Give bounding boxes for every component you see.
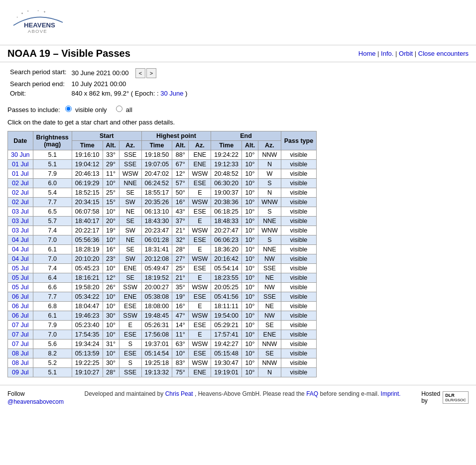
table-row: 04 Jul6.118:28:1916°SE18:31:4128°E18:36:… <box>8 245 317 254</box>
row-mag: 7.9 <box>33 321 72 330</box>
row-date[interactable]: 07 Jul <box>8 321 33 330</box>
row-date[interactable]: 04 Jul <box>8 235 33 245</box>
faq-link[interactable]: FAQ <box>306 390 318 397</box>
sub-az-3: Az. <box>258 141 281 150</box>
next-button[interactable]: > <box>146 68 156 78</box>
row-start-alt: 12° <box>103 273 119 283</box>
row-high-alt: 43° <box>172 207 189 217</box>
col-highest: Highest point <box>141 131 211 141</box>
row-high-time: 20:35:26 <box>141 198 172 207</box>
chris-peat-link[interactable]: Chris Peat <box>165 390 193 397</box>
row-date[interactable]: 04 Jul <box>8 245 33 254</box>
svg-text:✦: ✦ <box>27 10 29 12</box>
row-high-az: ESE <box>189 349 211 358</box>
row-date[interactable]: 04 Jul <box>8 254 33 264</box>
row-end-alt: 10° <box>242 169 258 179</box>
table-row: 06 Jul7.705:34:2210°ENE05:38:0819°ESE05:… <box>8 292 317 302</box>
footer-right: Hostedby DLR DLR/GSOC <box>421 390 469 404</box>
row-date[interactable]: 06 Jul <box>8 292 33 302</box>
nav-home-link[interactable]: Home <box>358 50 376 57</box>
table-row: 07 Jul5.619:34:2431°S19:37:0163°WSW19:42… <box>8 340 317 349</box>
row-date[interactable]: 08 Jul <box>8 358 33 368</box>
row-type: visible <box>281 245 316 254</box>
row-date[interactable]: 05 Jul <box>8 273 33 283</box>
row-type: visible <box>281 368 316 377</box>
row-start-alt: 10° <box>103 235 119 245</box>
col-end: End <box>211 131 281 141</box>
sub-alt-1: Alt. <box>103 141 119 150</box>
row-high-alt: 10° <box>172 349 189 358</box>
row-date[interactable]: 03 Jul <box>8 226 33 235</box>
all-radio[interactable] <box>116 106 122 112</box>
heavens-above-logo: ✦ ✦ ✦ ✦ ✦ HEAVENS ABOVE <box>7 5 67 40</box>
row-mag: 7.0 <box>33 235 72 245</box>
dlr-logo: DLR DLR/GSOC <box>443 391 469 404</box>
row-start-alt: 19° <box>103 226 119 235</box>
row-date[interactable]: 06 Jul <box>8 311 33 321</box>
row-high-time: 06:13:10 <box>141 207 172 217</box>
row-date[interactable]: 03 Jul <box>8 217 33 226</box>
visible-only-label[interactable]: visible only <box>65 106 109 114</box>
row-end-az: NW <box>258 254 281 264</box>
twitter-link[interactable]: @heavensabovecom <box>7 398 64 405</box>
row-mag: 5.6 <box>33 340 72 349</box>
row-type: visible <box>281 226 316 235</box>
row-start-time: 19:34:24 <box>72 340 103 349</box>
row-date[interactable]: 03 Jul <box>8 207 33 217</box>
col-brightness: Brightness(mag) <box>33 131 72 150</box>
search-info: Search period start: 30 June 2021 00:00 … <box>0 62 476 103</box>
imprint-link[interactable]: Imprint. <box>381 390 401 397</box>
row-start-az: ENE <box>119 292 141 302</box>
row-high-time: 18:08:00 <box>141 302 172 311</box>
row-type: visible <box>281 235 316 245</box>
row-date[interactable]: 07 Jul <box>8 340 33 349</box>
row-high-alt: 16° <box>172 302 189 311</box>
nav-info-link[interactable]: Info. <box>381 50 393 57</box>
row-date[interactable]: 02 Jul <box>8 198 33 207</box>
row-start-az: NE <box>119 235 141 245</box>
nav-orbit-link[interactable]: Orbit <box>399 50 413 57</box>
row-start-alt: 26° <box>103 283 119 292</box>
prev-button[interactable]: < <box>135 68 145 78</box>
row-date[interactable]: 30 Jun <box>8 150 33 160</box>
table-row: 08 Jul5.219:22:2530°S19:25:1883°WSW19:30… <box>8 358 317 368</box>
table-row: 02 Jul5.418:52:1525°SE18:55:1750°E19:00:… <box>8 188 317 198</box>
row-date[interactable]: 08 Jul <box>8 349 33 358</box>
row-date[interactable]: 06 Jul <box>8 302 33 311</box>
row-date[interactable]: 05 Jul <box>8 264 33 273</box>
epoch-link[interactable]: 30 June <box>160 90 183 97</box>
nav-close-encounters-link[interactable]: Close encounters <box>418 50 469 57</box>
row-mag: 6.1 <box>33 311 72 321</box>
orbit-label: Orbit: <box>7 89 69 98</box>
row-start-time: 18:52:15 <box>72 188 103 198</box>
row-date[interactable]: 01 Jul <box>8 169 33 179</box>
row-high-alt: 14° <box>172 321 189 330</box>
row-high-time: 06:24:52 <box>141 179 172 188</box>
row-date[interactable]: 01 Jul <box>8 160 33 169</box>
row-type: visible <box>281 311 316 321</box>
row-end-time: 19:00:37 <box>211 188 242 198</box>
row-start-az: WSW <box>119 169 141 179</box>
sub-az-1: Az. <box>119 141 141 150</box>
row-date[interactable]: 07 Jul <box>8 330 33 340</box>
visible-only-radio[interactable] <box>65 106 72 112</box>
row-end-time: 20:05:25 <box>211 283 242 292</box>
row-date[interactable]: 02 Jul <box>8 179 33 188</box>
table-row: 09 Jul5.119:10:2728°SSE19:13:3275°ENE19:… <box>8 368 317 377</box>
row-start-time: 20:10:20 <box>72 254 103 264</box>
table-row: 07 Jul7.017:54:3510°ESE17:56:0811°E17:57… <box>8 330 317 340</box>
row-high-time: 05:26:31 <box>141 321 172 330</box>
row-start-az: ESE <box>119 330 141 340</box>
row-date[interactable]: 05 Jul <box>8 283 33 292</box>
row-type: visible <box>281 358 316 368</box>
row-date[interactable]: 02 Jul <box>8 188 33 198</box>
row-mag: 6.8 <box>33 302 72 311</box>
row-high-time: 17:56:08 <box>141 330 172 340</box>
row-high-alt: 21° <box>172 273 189 283</box>
row-end-time: 19:24:22 <box>211 150 242 160</box>
row-type: visible <box>281 179 316 188</box>
row-end-alt: 10° <box>242 226 258 235</box>
row-mag: 6.0 <box>33 179 72 188</box>
row-date[interactable]: 09 Jul <box>8 368 33 377</box>
all-label[interactable]: all <box>116 106 132 114</box>
